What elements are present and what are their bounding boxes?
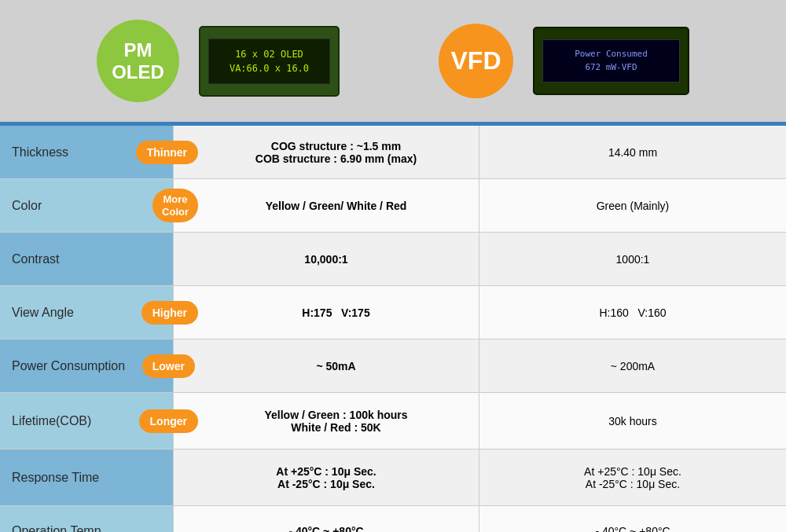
vfd-line2: 672 mW-VFD — [556, 61, 667, 75]
oled-col: ~ 50mA — [173, 339, 479, 392]
oled-value: Yellow / Green/ White / Red — [266, 200, 407, 212]
advantage-badge: Thinner — [136, 141, 198, 164]
oled-col: Yellow / Green : 100k hoursWhite / Red :… — [173, 393, 479, 449]
oled-value: COG structure : ~1.5 mmCOB structure : 6… — [255, 140, 417, 165]
table-row: View Angle Higher H:175 V:175 H:160 V:16… — [0, 286, 786, 339]
row-label: View Angle — [12, 306, 74, 320]
label-col: Lifetime(COB) Longer — [0, 393, 173, 449]
vfd-col: Green (Mainly) — [479, 179, 786, 232]
oled-value: Yellow / Green : 100k hoursWhite / Red :… — [264, 409, 407, 434]
table-row: Color MoreColor Yellow / Green/ White / … — [0, 179, 786, 233]
vfd-value: 1000:1 — [616, 253, 650, 266]
label-col: Contrast — [0, 233, 173, 285]
header-section: PMOLED 16 x 02 OLED VA:66.0 x 16.0 VFD P… — [0, 0, 786, 122]
vfd-header: VFD Power Consumed 672 mW-VFD — [439, 24, 689, 98]
row-label: Color — [12, 199, 42, 213]
vfd-line1: Power Consumed — [556, 48, 667, 61]
row-label: Contrast — [12, 252, 59, 266]
vfd-col: ~ 200mA — [479, 339, 786, 392]
label-col: Power Consumption Lower — [0, 339, 173, 392]
pm-oled-badge: PMOLED — [97, 20, 179, 102]
label-col: Operation Temp. — [0, 506, 173, 532]
row-label: Power Consumption — [12, 359, 125, 373]
vfd-screen: Power Consumed 672 mW-VFD — [542, 39, 680, 83]
oled-value: - 40°C ~ +80°C — [288, 525, 363, 532]
oled-value: At +25°C : 10μ Sec.At -25°C : 10μ Sec. — [276, 465, 376, 490]
oled-line1: 16 x 02 OLED — [222, 47, 317, 61]
oled-value: ~ 50mA — [316, 360, 355, 372]
oled-col: COG structure : ~1.5 mmCOB structure : 6… — [173, 126, 479, 178]
pm-oled-label: PMOLED — [112, 39, 164, 83]
pm-oled-display-board: 16 x 02 OLED VA:66.0 x 16.0 — [199, 26, 340, 97]
label-col: View Angle Higher — [0, 286, 173, 339]
oled-col: 10,000:1 — [173, 233, 479, 285]
oled-line2: VA:66.0 x 16.0 — [222, 61, 317, 75]
row-label: Thickness — [12, 145, 68, 160]
row-label: Response Time — [12, 471, 99, 485]
vfd-value: At +25°C : 10μ Sec.At -25°C : 10μ Sec. — [584, 465, 681, 490]
oled-col: At +25°C : 10μ Sec.At -25°C : 10μ Sec. — [173, 449, 479, 505]
table-row: Thickness Thinner COG structure : ~1.5 m… — [0, 126, 786, 179]
advantage-badge: Lower — [142, 354, 195, 378]
vfd-col: - 40°C ~ +80°C — [479, 506, 786, 532]
oled-value: H:175 V:175 — [302, 306, 369, 319]
vfd-value: H:160 V:160 — [599, 306, 666, 319]
vfd-col: H:160 V:160 — [479, 286, 786, 339]
vfd-col: 30k hours — [479, 393, 786, 449]
advantage-badge: MoreColor — [152, 189, 198, 222]
vfd-value: Green (Mainly) — [597, 200, 670, 212]
oled-col: H:175 V:175 — [173, 286, 479, 339]
table-row: Operation Temp. - 40°C ~ +80°C - 40°C ~ … — [0, 506, 786, 532]
advantage-badge: Higher — [141, 301, 198, 325]
comparison-table: Thickness Thinner COG structure : ~1.5 m… — [0, 126, 786, 532]
label-col: Thickness Thinner — [0, 126, 173, 178]
vfd-value: ~ 200mA — [611, 360, 655, 372]
table-row: Response Time At +25°C : 10μ Sec.At -25°… — [0, 449, 786, 506]
vfd-display-board: Power Consumed 672 mW-VFD — [533, 27, 689, 95]
vfd-col: 1000:1 — [479, 233, 786, 285]
oled-col: Yellow / Green/ White / Red — [173, 179, 479, 232]
vfd-label: VFD — [451, 46, 501, 75]
pm-oled-screen: 16 x 02 OLED VA:66.0 x 16.0 — [208, 39, 330, 84]
vfd-value: 30k hours — [608, 415, 656, 427]
oled-col: - 40°C ~ +80°C — [173, 506, 479, 532]
vfd-value: 14.40 mm — [608, 146, 657, 159]
vfd-badge: VFD — [439, 24, 513, 98]
oled-value: 10,000:1 — [304, 253, 347, 266]
table-row: Lifetime(COB) Longer Yellow / Green : 10… — [0, 393, 786, 449]
label-col: Color MoreColor — [0, 179, 173, 232]
pm-oled-header: PMOLED 16 x 02 OLED VA:66.0 x 16.0 — [97, 20, 340, 102]
table-row: Power Consumption Lower ~ 50mA ~ 200mA — [0, 339, 786, 393]
vfd-col: At +25°C : 10μ Sec.At -25°C : 10μ Sec. — [479, 449, 786, 505]
advantage-badge: Longer — [139, 409, 198, 433]
row-label: Lifetime(COB) — [12, 414, 91, 428]
vfd-value: - 40°C ~ +80°C — [595, 525, 670, 532]
row-label: Operation Temp. — [12, 524, 105, 532]
table-row: Contrast 10,000:1 1000:1 — [0, 233, 786, 286]
vfd-col: 14.40 mm — [479, 126, 786, 178]
label-col: Response Time — [0, 449, 173, 505]
